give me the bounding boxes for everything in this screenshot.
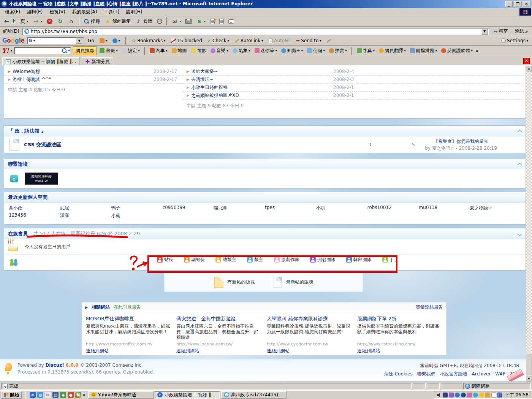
yahoo-dictionary-button[interactable]: 字典▾ xyxy=(356,47,376,54)
messenger-button[interactable] xyxy=(226,17,236,26)
compass-tray-icon[interactable] xyxy=(473,393,478,397)
quicklaunch-mail-icon[interactable]: ✉ xyxy=(45,392,51,398)
start-button[interactable]: 開始 xyxy=(1,391,22,399)
edit-button[interactable] xyxy=(208,17,217,26)
quicklaunch-n-icon[interactable]: N xyxy=(75,392,81,398)
tray-icon[interactable] xyxy=(449,393,454,397)
back-button[interactable]: ← 上一頁 ▾ xyxy=(2,17,30,26)
thread-link[interactable]: 去清境玩~ xyxy=(191,76,213,83)
menu-edit[interactable]: 編輯(E) xyxy=(24,8,46,16)
contact-us-link[interactable]: 聯繫我們 xyxy=(413,371,435,377)
google-highlight-button[interactable] xyxy=(325,40,333,42)
thread-link[interactable]: 小政生日時的祝福 xyxy=(191,84,228,91)
scroll-up-button[interactable]: ▲ xyxy=(526,65,532,71)
mail-dropdown-icon[interactable]: ▾ xyxy=(179,20,181,23)
collapse-icon[interactable] xyxy=(518,232,522,236)
google-spellcheck-button[interactable]: ✓ Check▾ xyxy=(206,38,231,44)
yahoo-mail-button[interactable]: 信箱▾ xyxy=(306,47,326,54)
back-dropdown-icon[interactable]: ▾ xyxy=(27,20,28,23)
war3-banner-link[interactable]: 魔獸私服列表 war3.tv xyxy=(25,173,58,185)
ad-visit-link[interactable]: 連結到網站 xyxy=(176,348,199,353)
yahoo-maps-button[interactable]: 地圖 xyxy=(171,47,188,54)
user-link[interactable]: 喵北鼻 xyxy=(214,205,265,212)
address-input[interactable]: http://bbs.tw789.net/bbs.php ▼ xyxy=(22,28,490,35)
discuss-button[interactable] xyxy=(217,17,226,26)
task-messenger-chat[interactable]: ☻ 高小政 (asd7374415) xyxy=(221,391,287,399)
task-forum-window[interactable]: e 小政娛樂論壇 -- 寵物 ‖... xyxy=(155,391,220,399)
close-button[interactable]: ✕ xyxy=(522,1,530,7)
minimize-button[interactable]: _ xyxy=(505,1,513,7)
google-go-button[interactable]: Go xyxy=(86,38,96,44)
discuz-link[interactable]: Discuz! xyxy=(45,363,64,368)
task-yahoo-messenger[interactable]: ☺ Yahoo!奇摩即時通 xyxy=(88,391,154,399)
ad-visit-link[interactable]: 連結到網站 xyxy=(86,348,109,353)
yahoo-bookmarks-button[interactable]: 書籤▾ xyxy=(98,47,119,54)
stop-button[interactable]: ✕ xyxy=(45,17,54,26)
print-button[interactable] xyxy=(184,17,193,26)
google-bookmarks-button[interactable]: ☆ Bookmarks▾ xyxy=(130,37,167,44)
ad-visit-link[interactable]: 連結到網站 xyxy=(267,348,290,353)
menu-file[interactable]: 檔案(F) xyxy=(2,8,24,16)
menu-tools[interactable]: 工具(T) xyxy=(100,8,123,16)
yahoo-settings-button[interactable]: 設定▾ xyxy=(120,47,141,54)
user-link[interactable]: 夏之物語☆ xyxy=(470,205,521,212)
google-search-dropdown-icon[interactable]: ▾ xyxy=(33,39,35,43)
restore-button[interactable]: ❐ xyxy=(514,1,522,7)
user-link[interactable]: 小露 xyxy=(111,212,163,219)
quicklaunch-ie-icon[interactable]: e xyxy=(30,392,36,398)
yahoo-movies-button[interactable]: 電影 xyxy=(190,47,207,54)
user-link[interactable]: robs10012 xyxy=(367,205,419,212)
yahoo-search-dropdown-icon[interactable]: ▾ xyxy=(68,49,70,52)
yahoo-auction-button[interactable]: 拍賣▾ xyxy=(328,47,348,54)
clear-cookies-link[interactable]: 清除 Cookies xyxy=(384,371,413,377)
ad-title-link[interactable]: 喬安旅遊 - 金典中國新遊蹤 xyxy=(176,315,261,322)
user-link[interactable]: mu0138 xyxy=(418,205,470,212)
refresh-button[interactable]: ↻ xyxy=(55,17,65,26)
google-popup-blocker[interactable]: 15 blocked xyxy=(169,38,204,44)
new-tab-button[interactable]: ✚ 新增分頁 xyxy=(82,57,113,65)
messenger-tray-icon[interactable] xyxy=(455,393,460,397)
menu-view[interactable]: 檢視(V) xyxy=(46,8,69,16)
tabbar-close-button[interactable]: ✕ xyxy=(523,58,530,64)
yahoo-minipen-button[interactable]: 迷你筆▾ xyxy=(253,47,278,54)
yahoo-overflow-chevron-icon[interactable]: » xyxy=(476,48,478,54)
scrollbar-thumb[interactable] xyxy=(526,354,532,375)
user-link[interactable]: 小趴 xyxy=(316,205,367,212)
user-link[interactable]: c0950399 xyxy=(162,205,214,212)
yahoo-knowledge-button[interactable]: 知識+▾ xyxy=(280,47,304,54)
translate-button[interactable]: S▾ xyxy=(194,17,207,26)
last-post-link[interactable]: 【音樂盒】你們是我的星光 xyxy=(404,138,518,145)
google-autofill-button[interactable]: AutoFill xyxy=(267,38,292,44)
collapse-icon[interactable] xyxy=(518,162,522,166)
thread-link[interactable]: 送給大家搭~ xyxy=(191,68,218,75)
quicklaunch-overflow-chevron-icon[interactable]: » xyxy=(83,392,86,397)
yahoo-messenger-tray-icon[interactable] xyxy=(479,393,484,397)
thread-link[interactable]: Welome游標 xyxy=(13,68,40,75)
yahoo-weather-button[interactable]: 氣象▾ xyxy=(231,47,252,54)
forward-dropdown-icon[interactable]: ▾ xyxy=(41,20,42,23)
home-icon[interactable]: ⌂ xyxy=(10,175,18,182)
vertical-scrollbar[interactable]: ▲ ▼ xyxy=(526,65,532,382)
user-link[interactable]: 鴨子 xyxy=(111,205,163,212)
forward-button[interactable]: → ▾ xyxy=(31,17,44,26)
mail-tray-icon[interactable] xyxy=(485,393,490,397)
yahoo-translate-button[interactable]: 網頁翻譯▾ xyxy=(378,47,407,54)
tab-forum[interactable]: ✎ 小政娛樂論壇 -- 寵物 ‖遊戲 ‖... xyxy=(2,57,79,65)
user-link[interactable]: 高小政 xyxy=(9,205,60,212)
ad-title-link[interactable]: 大學眼科-給你專業眼科診療 xyxy=(267,315,352,322)
quicklaunch-media-icon[interactable]: ● xyxy=(68,392,74,398)
search-button[interactable]: 搜尋 xyxy=(82,17,102,26)
history-button[interactable] xyxy=(155,17,164,26)
collapse-icon[interactable] xyxy=(518,129,522,133)
official-forum-link[interactable]: 小政官方論壇 xyxy=(435,371,467,377)
home-button[interactable]: ⌂ xyxy=(66,17,76,26)
quicklaunch-browser-icon[interactable]: ◍ xyxy=(37,392,43,398)
ad-visit-link[interactable]: 連結到網站 xyxy=(357,348,380,353)
menu-favorites[interactable]: 我的最愛(A) xyxy=(69,8,101,16)
google-news-button[interactable]: ▾ xyxy=(98,38,109,44)
ime-icon[interactable]: 注 xyxy=(497,393,502,397)
google-combo-arrow-icon[interactable]: ▼ xyxy=(76,38,82,44)
yahoo-logo-dropdown-icon[interactable]: ▾ xyxy=(11,49,12,52)
keyword-ads-link[interactable]: 關鍵連結廣告 xyxy=(416,304,443,310)
pen-tray-icon[interactable] xyxy=(491,393,496,397)
